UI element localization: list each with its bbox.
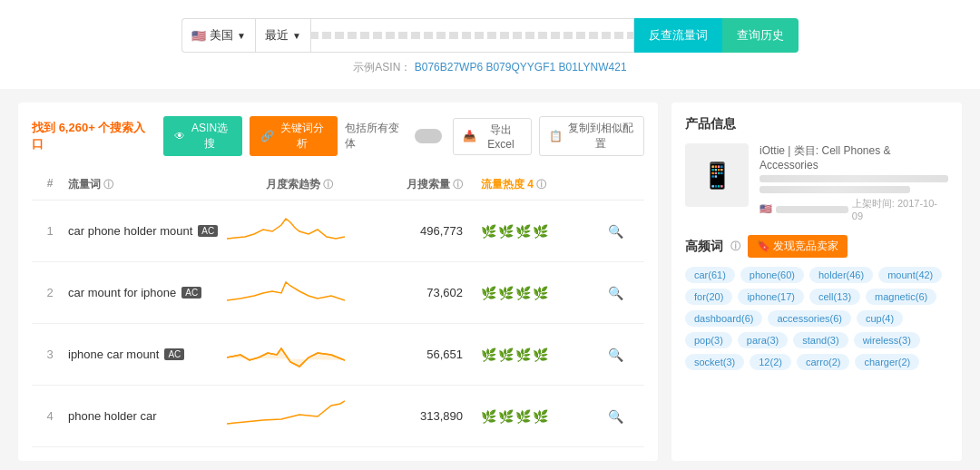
tag[interactable]: 12(2) <box>750 354 791 370</box>
fire-2: 🌿 <box>498 409 514 424</box>
left-panel: 找到 6,260+ 个搜索入口 👁 ASIN选搜 🔗 关键词分析 包括所有变体 … <box>18 103 658 461</box>
include-all-label: 包括所有变体 <box>345 121 404 152</box>
search-action[interactable]: 🔍 <box>608 286 644 300</box>
fire-3: 🌿 <box>515 348 531 362</box>
fire-1: 🌿 <box>481 224 496 239</box>
trend-chart-cell <box>227 273 372 312</box>
chevron-down-icon: ▼ <box>237 31 246 41</box>
row-num: 1 <box>32 224 68 238</box>
tag[interactable]: para(3) <box>738 332 788 348</box>
heat-icons: 🌿 🌿 🌿 🌿 <box>481 286 608 300</box>
tag[interactable]: phone(60) <box>740 267 804 283</box>
fire-2: 🌿 <box>498 348 514 362</box>
table-row: 3 iphone car mount AC 56,651 🌿 🌿 🌿 � <box>32 324 644 386</box>
history-button[interactable]: 查询历史 <box>722 18 799 53</box>
keyword-analysis-button[interactable]: 🔗 关键词分析 <box>250 116 338 156</box>
keyword-help-icon[interactable]: ⓘ <box>103 179 113 190</box>
heat-help-icon[interactable]: ⓘ <box>536 179 546 190</box>
tag[interactable]: iphone(17) <box>738 289 804 305</box>
keyword-cell: phone holder car <box>68 409 227 423</box>
table-row: 4 phone holder car 313,890 🌿 🌿 🌿 🌿 🔍 <box>32 386 644 447</box>
row-num: 4 <box>32 409 68 423</box>
us-flag-icon: 🇺🇸 <box>191 29 206 43</box>
country-label: 美国 <box>210 27 233 44</box>
row-num: 2 <box>32 286 68 299</box>
volume-cell: 56,651 <box>372 348 481 361</box>
keyword-text: car phone holder mount <box>68 224 192 238</box>
reverse-search-button[interactable]: 反查流量词 <box>634 18 722 53</box>
date-select[interactable]: 最近 ▼ <box>255 18 310 53</box>
include-toggle[interactable] <box>415 129 441 143</box>
tag[interactable]: magnetic(6) <box>866 289 936 305</box>
tag[interactable]: holder(46) <box>809 267 873 283</box>
volume-cell: 496,773 <box>372 224 481 238</box>
table-row: 2 car mount for iphone AC 73,602 🌿 🌿 🌿 🌿 <box>32 262 644 324</box>
tag[interactable]: socket(3) <box>685 354 744 370</box>
us-flag-icon2: 🇺🇸 <box>760 203 772 215</box>
fire-3: 🌿 <box>515 224 531 239</box>
ac-badge: AC <box>198 225 218 237</box>
search-input[interactable] <box>310 18 634 53</box>
search-action[interactable]: 🔍 <box>608 224 644 239</box>
right-toolbar: 包括所有变体 📥 导出Excel 📋 复制到相似配置 <box>345 116 644 156</box>
col-header-heat: 流量热度 4 ⓘ <box>481 177 608 192</box>
product-description <box>760 175 948 182</box>
store-label: iOttie | 类目: Cell Phones & Accessories <box>760 143 948 171</box>
volume-help-icon[interactable]: ⓘ <box>453 179 463 190</box>
search-action[interactable]: 🔍 <box>608 409 644 424</box>
high-freq-title: 高频词 ⓘ 🔖 发现竞品卖家 <box>685 235 948 258</box>
export-excel-button[interactable]: 📥 导出Excel <box>453 118 533 155</box>
tag[interactable]: car(61) <box>685 267 735 283</box>
trend-chart-3 <box>227 335 345 371</box>
copy-similar-button[interactable]: 📋 复制到相似配置 <box>539 116 644 156</box>
tag[interactable]: pop(3) <box>685 332 732 348</box>
tag[interactable]: charger(2) <box>855 354 919 370</box>
product-details: iOttie | 类目: Cell Phones & Accessories 🇺… <box>760 143 948 221</box>
trend-chart-cell <box>227 397 372 436</box>
tag[interactable]: mount(42) <box>878 267 942 283</box>
chevron-down-icon2: ▼ <box>292 31 301 41</box>
volume-cell: 73,602 <box>372 286 481 299</box>
trend-chart-cell <box>227 335 372 374</box>
copy-icon: 📋 <box>549 130 563 142</box>
tag[interactable]: carro(2) <box>797 354 850 370</box>
col-header-volume: 月搜索量 ⓘ <box>372 177 481 192</box>
table-body: 1 car phone holder mount AC 496,773 🌿 🌿 … <box>32 201 644 447</box>
top-section: 🇺🇸 美国 ▼ 最近 ▼ 反查流量词 查询历史 示例ASIN： B076B27W… <box>0 0 980 89</box>
tags-container: car(61)phone(60)holder(46)mount(42)for(2… <box>685 267 948 370</box>
fire-4: 🌿 <box>533 286 548 300</box>
row-num: 3 <box>32 348 68 361</box>
ac-badge: AC <box>181 287 201 299</box>
trend-chart-cell <box>227 211 372 250</box>
keyword-cell: car mount for iphone AC <box>68 286 227 299</box>
ac-badge: AC <box>164 348 184 360</box>
heat-number: 4 <box>527 178 534 191</box>
tag[interactable]: dashboard(6) <box>685 310 762 327</box>
tag[interactable]: accessories(6) <box>768 310 851 327</box>
tag[interactable]: stand(3) <box>793 332 848 348</box>
main-content: 找到 6,260+ 个搜索入口 👁 ASIN选搜 🔗 关键词分析 包括所有变体 … <box>0 89 980 470</box>
fire-1: 🌿 <box>481 286 496 300</box>
date-label: 上架时间: 2017-10-09 <box>852 197 948 221</box>
found-count: 找到 6,260+ 个搜索入口 <box>32 120 149 152</box>
asin-icon: 👁 <box>174 130 185 142</box>
tag[interactable]: wireless(3) <box>854 332 920 348</box>
fire-4: 🌿 <box>533 348 548 362</box>
asin-filter-button[interactable]: 👁 ASIN选搜 <box>163 116 242 156</box>
product-image: 📱 <box>685 143 749 207</box>
date-label: 最近 <box>265 27 289 44</box>
tag[interactable]: cup(4) <box>857 310 903 327</box>
fire-3: 🌿 <box>515 286 531 300</box>
product-description-2 <box>760 186 910 193</box>
trend-chart-2 <box>227 273 345 309</box>
tag[interactable]: for(20) <box>685 289 732 305</box>
freq-help-icon[interactable]: ⓘ <box>730 240 740 253</box>
product-info-title: 产品信息 <box>685 116 948 132</box>
country-select[interactable]: 🇺🇸 美国 ▼ <box>181 18 255 53</box>
fire-2: 🌿 <box>498 286 514 300</box>
trend-help-icon[interactable]: ⓘ <box>323 179 333 190</box>
col-header-action <box>608 177 644 192</box>
tag[interactable]: cell(13) <box>809 289 860 305</box>
search-action[interactable]: 🔍 <box>608 348 644 362</box>
find-similar-button[interactable]: 🔖 发现竞品卖家 <box>748 235 848 258</box>
